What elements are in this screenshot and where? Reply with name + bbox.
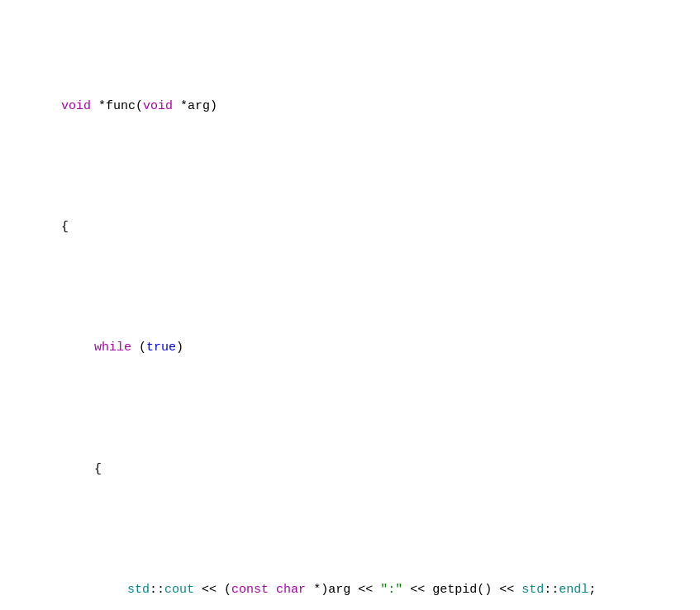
func-line5: std::cout << (const char *)arg << ":" <<… [17, 560, 692, 610]
func-line3: while (true) [17, 318, 692, 379]
func-line2: { [17, 197, 692, 258]
func-section: void *func(void *arg) { while (true) { s… [8, 17, 692, 610]
code-container: void *func(void *arg) { while (true) { s… [8, 17, 692, 610]
func-line1: void *func(void *arg) [17, 76, 692, 137]
func-line4: { [17, 439, 692, 500]
